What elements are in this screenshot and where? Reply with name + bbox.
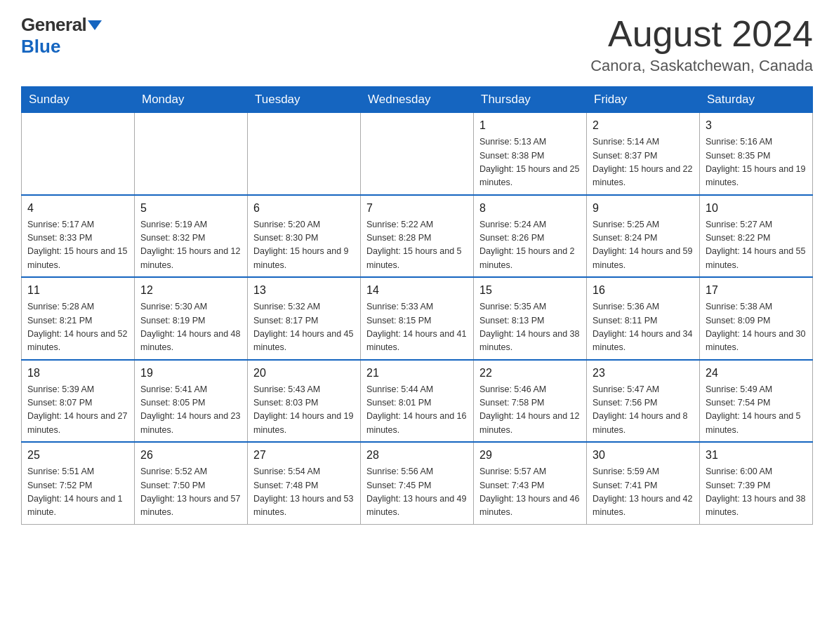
day-info: Sunrise: 5:14 AM Sunset: 8:37 PM Dayligh… [593, 135, 694, 190]
calendar-cell: 9Sunrise: 5:25 AM Sunset: 8:24 PM Daylig… [587, 195, 700, 278]
day-number: 10 [706, 200, 807, 217]
day-info: Sunrise: 6:00 AM Sunset: 7:39 PM Dayligh… [706, 465, 807, 520]
calendar-cell: 5Sunrise: 5:19 AM Sunset: 8:32 PM Daylig… [135, 195, 248, 278]
day-info: Sunrise: 5:54 AM Sunset: 7:48 PM Dayligh… [253, 465, 355, 520]
day-number: 19 [140, 365, 241, 382]
calendar-cell: 19Sunrise: 5:41 AM Sunset: 8:05 PM Dayli… [135, 360, 248, 443]
calendar-cell: 7Sunrise: 5:22 AM Sunset: 8:28 PM Daylig… [361, 195, 474, 278]
calendar-table: SundayMondayTuesdayWednesdayThursdayFrid… [21, 86, 813, 525]
calendar-cell: 13Sunrise: 5:32 AM Sunset: 8:17 PM Dayli… [248, 277, 361, 360]
calendar-cell: 3Sunrise: 5:16 AM Sunset: 8:35 PM Daylig… [700, 113, 813, 195]
day-number: 24 [706, 365, 807, 382]
calendar-cell: 25Sunrise: 5:51 AM Sunset: 7:52 PM Dayli… [22, 442, 135, 524]
day-info: Sunrise: 5:35 AM Sunset: 8:13 PM Dayligh… [479, 300, 581, 355]
calendar-cell: 10Sunrise: 5:27 AM Sunset: 8:22 PM Dayli… [700, 195, 813, 278]
calendar-cell: 12Sunrise: 5:30 AM Sunset: 8:19 PM Dayli… [135, 277, 248, 360]
calendar-header-thursday: Thursday [474, 87, 587, 113]
day-info: Sunrise: 5:32 AM Sunset: 8:17 PM Dayligh… [253, 300, 355, 355]
day-number: 16 [593, 282, 694, 299]
calendar-cell: 24Sunrise: 5:49 AM Sunset: 7:54 PM Dayli… [700, 360, 813, 443]
logo-blue-text: Blue [21, 36, 60, 58]
main-title: August 2024 [590, 14, 813, 54]
day-info: Sunrise: 5:59 AM Sunset: 7:41 PM Dayligh… [593, 465, 694, 520]
day-number: 8 [479, 200, 581, 217]
day-info: Sunrise: 5:51 AM Sunset: 7:52 PM Dayligh… [27, 465, 128, 520]
calendar-cell: 21Sunrise: 5:44 AM Sunset: 8:01 PM Dayli… [361, 360, 474, 443]
calendar-cell: 11Sunrise: 5:28 AM Sunset: 8:21 PM Dayli… [22, 277, 135, 360]
calendar-cell: 14Sunrise: 5:33 AM Sunset: 8:15 PM Dayli… [361, 277, 474, 360]
day-number: 12 [140, 282, 241, 299]
day-number: 27 [253, 447, 355, 464]
day-info: Sunrise: 5:28 AM Sunset: 8:21 PM Dayligh… [27, 300, 128, 355]
day-number: 13 [253, 282, 355, 299]
calendar-week-row: 11Sunrise: 5:28 AM Sunset: 8:21 PM Dayli… [22, 277, 813, 360]
subtitle: Canora, Saskatchewan, Canada [590, 57, 813, 75]
calendar-header-sunday: Sunday [22, 87, 135, 113]
day-info: Sunrise: 5:22 AM Sunset: 8:28 PM Dayligh… [366, 218, 468, 273]
logo: General Blue [21, 14, 102, 58]
calendar-cell: 22Sunrise: 5:46 AM Sunset: 7:58 PM Dayli… [474, 360, 587, 443]
day-info: Sunrise: 5:17 AM Sunset: 8:33 PM Dayligh… [27, 218, 128, 273]
day-number: 25 [27, 447, 128, 464]
calendar-cell: 26Sunrise: 5:52 AM Sunset: 7:50 PM Dayli… [135, 442, 248, 524]
day-number: 29 [479, 447, 581, 464]
calendar-week-row: 1Sunrise: 5:13 AM Sunset: 8:38 PM Daylig… [22, 113, 813, 195]
calendar-cell: 28Sunrise: 5:56 AM Sunset: 7:45 PM Dayli… [361, 442, 474, 524]
day-number: 17 [706, 282, 807, 299]
day-info: Sunrise: 5:16 AM Sunset: 8:35 PM Dayligh… [706, 135, 807, 190]
day-info: Sunrise: 5:57 AM Sunset: 7:43 PM Dayligh… [479, 465, 581, 520]
calendar-cell: 17Sunrise: 5:38 AM Sunset: 8:09 PM Dayli… [700, 277, 813, 360]
day-info: Sunrise: 5:41 AM Sunset: 8:05 PM Dayligh… [140, 383, 241, 438]
day-info: Sunrise: 5:25 AM Sunset: 8:24 PM Dayligh… [593, 218, 694, 273]
day-info: Sunrise: 5:19 AM Sunset: 8:32 PM Dayligh… [140, 218, 241, 273]
title-block: August 2024 Canora, Saskatchewan, Canada [590, 14, 813, 75]
day-info: Sunrise: 5:36 AM Sunset: 8:11 PM Dayligh… [593, 300, 694, 355]
day-info: Sunrise: 5:20 AM Sunset: 8:30 PM Dayligh… [253, 218, 355, 273]
calendar-cell: 27Sunrise: 5:54 AM Sunset: 7:48 PM Dayli… [248, 442, 361, 524]
logo-triangle-icon [88, 20, 102, 30]
day-number: 7 [366, 200, 468, 217]
calendar-header-friday: Friday [587, 87, 700, 113]
day-number: 20 [253, 365, 355, 382]
page-header: General Blue August 2024 Canora, Saskatc… [21, 14, 813, 75]
day-number: 6 [253, 200, 355, 217]
day-number: 23 [593, 365, 694, 382]
day-info: Sunrise: 5:49 AM Sunset: 7:54 PM Dayligh… [706, 383, 807, 438]
day-info: Sunrise: 5:39 AM Sunset: 8:07 PM Dayligh… [27, 383, 128, 438]
calendar-cell [361, 113, 474, 195]
calendar-week-row: 18Sunrise: 5:39 AM Sunset: 8:07 PM Dayli… [22, 360, 813, 443]
calendar-header-monday: Monday [135, 87, 248, 113]
calendar-cell: 4Sunrise: 5:17 AM Sunset: 8:33 PM Daylig… [22, 195, 135, 278]
calendar-cell: 29Sunrise: 5:57 AM Sunset: 7:43 PM Dayli… [474, 442, 587, 524]
day-number: 18 [27, 365, 128, 382]
day-number: 4 [27, 200, 128, 217]
day-info: Sunrise: 5:33 AM Sunset: 8:15 PM Dayligh… [366, 300, 468, 355]
day-info: Sunrise: 5:47 AM Sunset: 7:56 PM Dayligh… [593, 383, 694, 438]
calendar-header-tuesday: Tuesday [248, 87, 361, 113]
calendar-cell: 1Sunrise: 5:13 AM Sunset: 8:38 PM Daylig… [474, 113, 587, 195]
calendar-header-saturday: Saturday [700, 87, 813, 113]
logo-general-text: General [21, 14, 86, 36]
calendar-cell: 20Sunrise: 5:43 AM Sunset: 8:03 PM Dayli… [248, 360, 361, 443]
day-number: 21 [366, 365, 468, 382]
calendar-header-wednesday: Wednesday [361, 87, 474, 113]
calendar-cell: 6Sunrise: 5:20 AM Sunset: 8:30 PM Daylig… [248, 195, 361, 278]
day-number: 22 [479, 365, 581, 382]
day-info: Sunrise: 5:13 AM Sunset: 8:38 PM Dayligh… [479, 135, 581, 190]
day-number: 15 [479, 282, 581, 299]
calendar-cell: 15Sunrise: 5:35 AM Sunset: 8:13 PM Dayli… [474, 277, 587, 360]
day-number: 9 [593, 200, 694, 217]
day-number: 28 [366, 447, 468, 464]
day-info: Sunrise: 5:46 AM Sunset: 7:58 PM Dayligh… [479, 383, 581, 438]
day-info: Sunrise: 5:52 AM Sunset: 7:50 PM Dayligh… [140, 465, 241, 520]
calendar-header-row: SundayMondayTuesdayWednesdayThursdayFrid… [22, 87, 813, 113]
calendar-cell [22, 113, 135, 195]
day-number: 3 [706, 117, 807, 134]
calendar-cell [248, 113, 361, 195]
calendar-cell [135, 113, 248, 195]
day-info: Sunrise: 5:56 AM Sunset: 7:45 PM Dayligh… [366, 465, 468, 520]
calendar-cell: 18Sunrise: 5:39 AM Sunset: 8:07 PM Dayli… [22, 360, 135, 443]
day-info: Sunrise: 5:38 AM Sunset: 8:09 PM Dayligh… [706, 300, 807, 355]
calendar-cell: 8Sunrise: 5:24 AM Sunset: 8:26 PM Daylig… [474, 195, 587, 278]
day-number: 14 [366, 282, 468, 299]
